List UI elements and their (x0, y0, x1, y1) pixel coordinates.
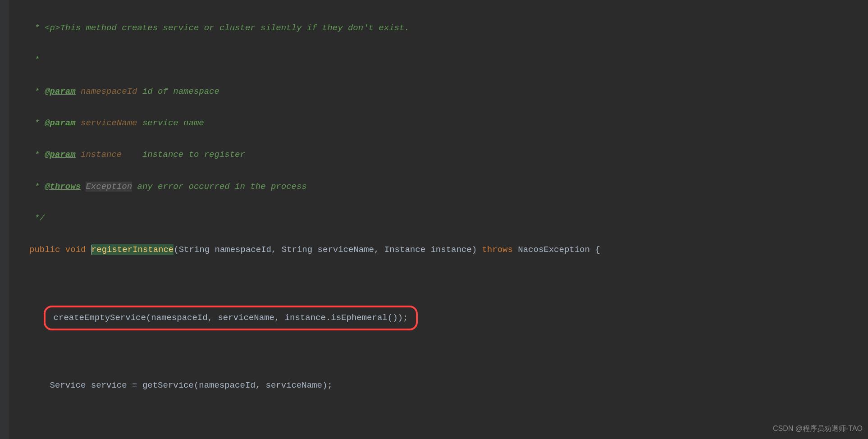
type: Service (50, 380, 86, 390)
type: String (179, 245, 210, 255)
comment-text: id of namespace (142, 87, 219, 96)
code-line (7, 410, 868, 425)
comment-text: This method creates service or cluster s… (60, 23, 409, 33)
comment-star: * (29, 87, 40, 96)
param-name: namespaceId (81, 87, 137, 96)
param: serviceName (318, 245, 374, 255)
param: instance (430, 245, 471, 255)
keyword-public: public (29, 245, 60, 255)
code-editor[interactable]: * <p>This method creates service or clus… (0, 0, 868, 439)
code-line: createEmptyService(namespaceId, serviceN… (7, 306, 868, 330)
keyword-throws: throws (482, 245, 512, 255)
code-line: * @param instance instance to register (7, 147, 868, 163)
code-line: * <p>This method creates service or clus… (7, 20, 868, 36)
code-line: * @param namespaceId id of namespace (7, 84, 868, 100)
code-line: Service service = getService(namespaceId… (7, 378, 868, 393)
javadoc-param-tag: @param (45, 87, 75, 96)
variable: service (91, 380, 127, 390)
code-line: * (7, 52, 868, 68)
exception-name: Exception (86, 182, 132, 192)
code-line: */ (7, 210, 868, 226)
comment-text: any error occurred in the process (137, 182, 306, 192)
comment-tag: <p> (45, 23, 60, 33)
paren: ( (174, 245, 178, 255)
exception-type: NacosException (518, 245, 590, 255)
watermark: CSDN @程序员劝退师-TAO (773, 422, 863, 435)
code-line: public void registerInstance(String name… (7, 242, 868, 258)
comment-star: * (29, 118, 40, 128)
method-call: getService(namespaceId, serviceName); (142, 380, 333, 390)
comment-text: service name (142, 118, 204, 128)
comment-star: * (29, 55, 40, 64)
code-line: * @throws Exception any error occurred i… (7, 179, 868, 195)
javadoc-throws-tag: @throws (45, 182, 81, 192)
comment-text: instance to register (127, 150, 245, 160)
javadoc-param-tag: @param (45, 118, 75, 128)
method-declaration: registerInstance (91, 244, 174, 255)
param-name: serviceName (81, 118, 137, 128)
keyword-void: void (65, 245, 86, 255)
type: Instance (384, 245, 425, 255)
code-line: * @param serviceName service name (7, 115, 868, 131)
comment-end: */ (29, 213, 45, 223)
param-name: instance (81, 150, 122, 160)
comment-star: * (29, 23, 40, 33)
method-call: createEmptyService(namespaceId, serviceN… (54, 313, 408, 323)
code-line (7, 274, 868, 289)
javadoc-param-tag: @param (45, 150, 75, 160)
comment-star: * (29, 182, 40, 192)
highlighted-annotation: createEmptyService(namespaceId, serviceN… (44, 306, 418, 330)
type: String (282, 245, 312, 255)
code-line (7, 346, 868, 362)
comment-star: * (29, 150, 40, 160)
param: namespaceId (215, 245, 271, 255)
